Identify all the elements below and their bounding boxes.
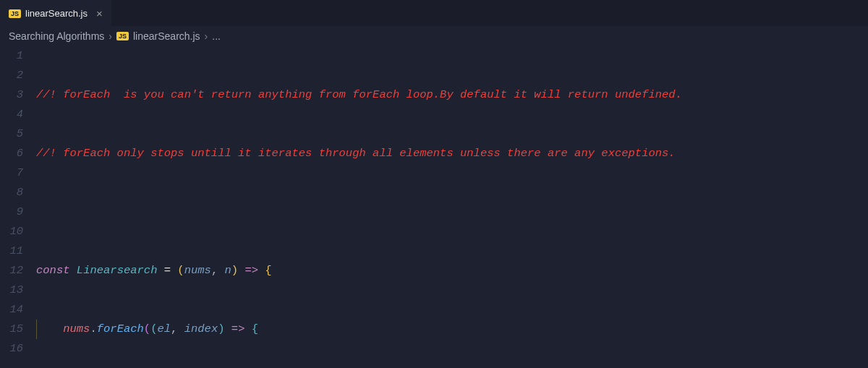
breadcrumb-folder[interactable]: Searching Algorithms — [9, 30, 104, 42]
line-number: 3 — [0, 85, 23, 105]
line-number: 15 — [0, 320, 23, 339]
js-file-icon: JS — [9, 9, 21, 18]
chevron-right-icon: › — [109, 30, 112, 42]
line-number: 13 — [0, 281, 23, 300]
editor-tab[interactable]: JS linearSearch.js × — [0, 0, 111, 26]
line-number: 14 — [0, 300, 23, 320]
code-editor[interactable]: 1 2 3 4 5 6 7 8 9 10 11 12 13 14 15 16 /… — [0, 46, 868, 368]
line-number: 9 — [0, 202, 23, 222]
line-number: 5 — [0, 124, 23, 144]
code-line: //! forEach only stops untill it iterate… — [36, 144, 868, 163]
tab-filename: linearSearch.js — [25, 8, 88, 19]
js-file-icon: JS — [116, 32, 129, 40]
tab-bar: JS linearSearch.js × — [0, 0, 868, 26]
breadcrumb[interactable]: Searching Algorithms › JS linearSearch.j… — [0, 26, 868, 46]
breadcrumb-ellipsis[interactable]: ... — [212, 30, 221, 42]
line-number: 1 — [0, 46, 23, 66]
close-icon[interactable]: × — [96, 7, 103, 20]
breadcrumb-file[interactable]: linearSearch.js — [133, 30, 200, 42]
line-number: 6 — [0, 144, 23, 163]
line-number: 16 — [0, 339, 23, 359]
code-line — [36, 202, 868, 222]
code-area[interactable]: //! forEach is you can't return anything… — [36, 46, 868, 368]
code-line: //! forEach is you can't return anything… — [36, 85, 868, 105]
code-line: const Linearsearch = (nums, n) => { — [36, 261, 868, 281]
line-number: 7 — [0, 163, 23, 183]
line-number: 10 — [0, 222, 23, 241]
line-number: 8 — [0, 183, 23, 202]
line-number: 2 — [0, 66, 23, 85]
line-number: 12 — [0, 261, 23, 281]
line-number-gutter: 1 2 3 4 5 6 7 8 9 10 11 12 13 14 15 16 — [0, 46, 36, 368]
line-number: 4 — [0, 105, 23, 124]
chevron-right-icon: › — [205, 30, 208, 42]
line-number: 11 — [0, 241, 23, 261]
code-line: nums.forEach((el, index) => { — [36, 320, 868, 339]
